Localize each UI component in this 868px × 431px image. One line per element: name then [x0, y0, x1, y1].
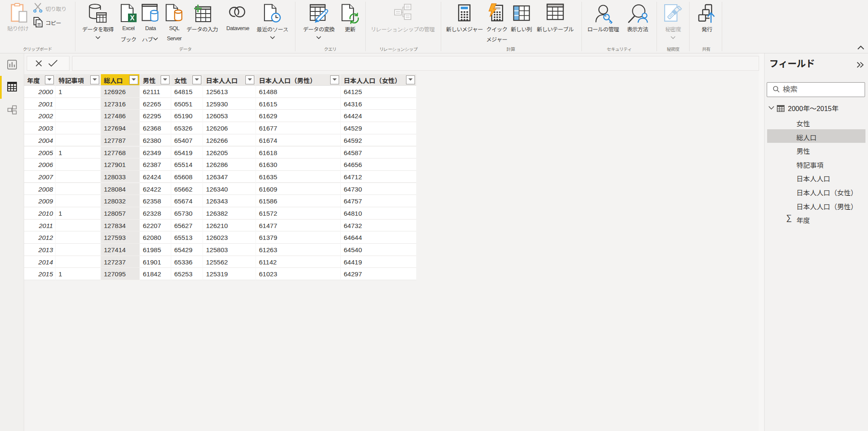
svg-text:X: X: [130, 14, 135, 22]
